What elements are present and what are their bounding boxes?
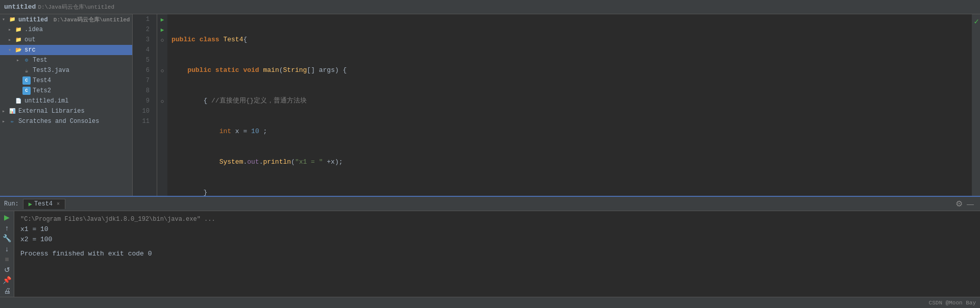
editor-area: 1 2 3 4 5 6 7 8 9 10 11 ▶ ▶ ◯ ◯ — [133, 14, 980, 196]
arrow-icon: ▾ — [8, 47, 14, 53]
ext-libs-icon: 📊 — [8, 107, 16, 115]
gutter-10 — [157, 106, 167, 116]
line-num: 5 — [133, 55, 153, 65]
title-project-path: D:\Java码云仓库\untitled — [38, 3, 114, 11]
line-num: 8 — [133, 86, 153, 96]
gutter-11 — [157, 116, 167, 126]
line-num: 6 — [133, 65, 153, 75]
arrow-icon: ▸ — [8, 37, 14, 43]
folder-icon: 📁 — [8, 15, 16, 23]
folder-open-icon: 📂 — [14, 46, 22, 54]
sidebar-item-ext-libs[interactable]: ▸ 📊 External Libraries — [0, 106, 132, 116]
sidebar-item-label: Tets2 — [33, 87, 51, 94]
status-right-label: CSDN @Moon Bay — [929, 300, 976, 306]
code-line-1: public class Test4{ — [172, 35, 972, 45]
folder-icon: 📁 — [14, 36, 22, 44]
sidebar-item-root[interactable]: ▾ 📁 untitled D:\Java码云仓库\untitled — [0, 14, 132, 24]
line-num: 2 — [133, 24, 153, 35]
sidebar-item-idea[interactable]: ▸ 📁 .idea — [0, 24, 132, 35]
editor-right-gutter: ✓ — [972, 14, 980, 196]
run-cmd-line: "C:\Program Files\Java\jdk1.8.0_192\bin\… — [20, 214, 974, 224]
run-tab-test4[interactable]: ▶ Test4 × — [23, 199, 65, 209]
code-editor[interactable]: 1 2 3 4 5 6 7 8 9 10 11 ▶ ▶ ◯ ◯ — [133, 14, 980, 196]
arrow-icon: ▸ — [8, 27, 14, 33]
line-num: 10 — [133, 106, 153, 116]
gutter-5 — [157, 55, 167, 65]
run-print-button[interactable]: 🖨 — [2, 287, 13, 295]
run-output-x2: x2 = 100 — [20, 235, 974, 245]
code-line-6: } — [172, 188, 972, 196]
gutter-8 — [157, 86, 167, 96]
run-stop-button[interactable]: ■ — [2, 255, 13, 264]
code-line-4: int x = 10 ; — [172, 126, 972, 137]
sidebar-item-label: untitled.iml — [24, 97, 68, 105]
sidebar-item-label: Test4 — [33, 77, 51, 84]
iml-icon: 📄 — [14, 97, 22, 105]
arrow-icon: ▸ — [2, 108, 8, 114]
run-scroll-up-button[interactable]: ↑ — [2, 224, 13, 233]
java-class-icon-2: C — [22, 87, 31, 95]
run-scroll-down-button[interactable]: ↓ — [2, 245, 13, 253]
run-output: "C:\Program Files\Java\jdk1.8.0_192\bin\… — [14, 211, 980, 297]
scratches-icon: ✏️ — [8, 117, 16, 125]
project-sidebar: ▾ 📁 untitled D:\Java码云仓库\untitled ▸ 📁 .i… — [0, 14, 133, 196]
arrow-icon: ▾ — [2, 16, 8, 22]
run-process-line: Process finished with exit code 0 — [20, 249, 974, 259]
run-tab-icon: ▶ — [29, 200, 32, 208]
sidebar-item-test4[interactable]: ▸ C Test4 — [0, 75, 132, 86]
title-bar: untitled D:\Java码云仓库\untitled — [0, 0, 980, 14]
run-play-button[interactable]: ▶ — [2, 213, 13, 222]
line-num: 9 — [133, 96, 153, 106]
line-num: 11 — [133, 116, 153, 126]
sidebar-item-out[interactable]: ▸ 📁 out — [0, 35, 132, 45]
run-minimize-button[interactable]: — — [965, 200, 976, 208]
run-settings-button[interactable]: ⚙ — [953, 199, 965, 209]
run-toolbar: ▶ ↑ 🔧 ↓ ■ ↺ 📌 🖨 — [0, 211, 14, 297]
breakpoint-9[interactable]: ◯ — [157, 96, 167, 106]
run-tab-close-button[interactable]: × — [57, 201, 60, 207]
run-rerun-button[interactable]: ↺ — [2, 266, 13, 274]
path-label: D:\Java码云仓库\untitled — [54, 17, 130, 23]
sidebar-item-test3[interactable]: ▸ ☕ Test3.java — [0, 65, 132, 75]
sidebar-item-iml[interactable]: ▸ 📄 untitled.iml — [0, 96, 132, 106]
sidebar-item-scratches[interactable]: ▸ ✏️ Scratches and Consoles — [0, 116, 132, 126]
run-tab-bar: Run: ▶ Test4 × ⚙ — — [0, 197, 980, 211]
run-pin-button[interactable]: 📌 — [2, 276, 13, 285]
sidebar-item-test-pkg[interactable]: ▸ ⊙ Test — [0, 55, 132, 65]
sidebar-item-label: untitled D:\Java码云仓库\untitled — [18, 16, 130, 23]
sidebar-item-src[interactable]: ▾ 📂 src — [0, 45, 132, 55]
line-num: 3 — [133, 35, 153, 45]
title-project-name: untitled — [4, 3, 36, 11]
java-file-icon: ☕ — [22, 66, 31, 74]
status-bar: CSDN @Moon Bay — [0, 297, 980, 308]
arrow-icon: ▸ — [16, 57, 22, 63]
sidebar-item-tets2[interactable]: ▸ C Tets2 — [0, 86, 132, 96]
run-label: Run: — [4, 200, 19, 208]
line-num: 1 — [133, 14, 153, 24]
sidebar-item-label: Scratches and Consoles — [18, 118, 99, 125]
arrow-icon: ▸ — [2, 118, 8, 124]
run-wrench-button[interactable]: 🔧 — [2, 234, 13, 243]
sidebar-item-label: out — [24, 36, 36, 43]
run-marker-2[interactable]: ▶ — [157, 24, 167, 35]
sidebar-item-label: .idea — [24, 26, 43, 33]
gutter-4 — [157, 45, 167, 55]
run-output-x1: x1 = 10 — [20, 224, 974, 235]
line-num: 7 — [133, 75, 153, 86]
breakpoint-3[interactable]: ◯ — [157, 35, 167, 45]
code-line-5: System.out.println("x1 = " +x); — [172, 157, 972, 167]
run-panel: Run: ▶ Test4 × ⚙ — ▶ ↑ 🔧 ↓ ■ ↺ 📌 🖨 "C:\P… — [0, 196, 980, 308]
folder-icon: 📁 — [14, 25, 22, 34]
package-icon: ⊙ — [22, 56, 31, 64]
checkmark-icon: ✓ — [974, 16, 979, 27]
sidebar-item-label: src — [24, 46, 36, 54]
line-num: 4 — [133, 45, 153, 55]
java-class-icon: C — [22, 76, 31, 85]
sidebar-item-label: Test3.java — [33, 67, 69, 74]
run-content-area: ▶ ↑ 🔧 ↓ ■ ↺ 📌 🖨 "C:\Program Files\Java\j… — [0, 211, 980, 297]
run-marker-1[interactable]: ▶ — [157, 14, 167, 24]
code-content[interactable]: public class Test4{ public static void m… — [167, 14, 972, 196]
sidebar-item-label: External Libraries — [18, 108, 85, 115]
breakpoint-6[interactable]: ◯ — [157, 65, 167, 75]
editor-gutter: ▶ ▶ ◯ ◯ ◯ — [157, 14, 167, 196]
